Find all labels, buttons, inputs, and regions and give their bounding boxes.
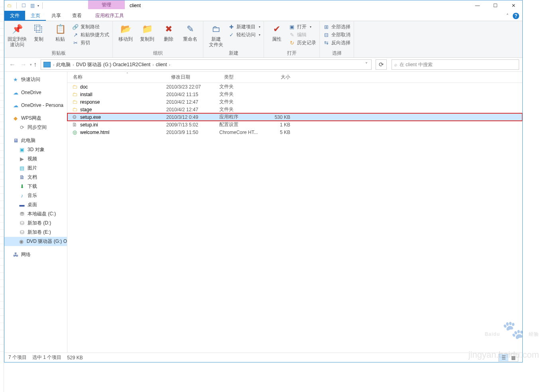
file-row[interactable]: 🗀stage2010/4/2 12:47文件夹 [67, 106, 522, 113]
sidebar-sync-space[interactable]: ⟳同步空间 [4, 123, 67, 132]
copy-path-button[interactable]: 🔗复制路径 [72, 24, 109, 30]
easy-access-button[interactable]: ✓轻松访问▾ [228, 32, 260, 38]
minimize-button[interactable]: — [468, 0, 486, 11]
sidebar-wps[interactable]: ◆WPS网盘 [4, 114, 67, 123]
sidebar-3d-objects[interactable]: ▣3D 对象 [4, 145, 67, 154]
file-date: 2010/3/12 0:49 [166, 114, 219, 120]
sidebar-music[interactable]: ♪音乐 [4, 191, 67, 200]
maximize-button[interactable]: ☐ [486, 0, 504, 11]
tab-home[interactable]: 主页 [25, 11, 46, 21]
qat-properties-icon[interactable]: ☐ [20, 2, 27, 9]
properties-button[interactable]: ✔属性 [267, 23, 286, 42]
file-type: 应用程序 [219, 114, 263, 120]
search-box[interactable]: ⌕ 在 client 中搜索 [392, 59, 519, 70]
cube-icon: ▣ [19, 147, 25, 153]
help-icon[interactable]: ? [513, 13, 519, 19]
sidebar-onedrive[interactable]: ☁OneDrive [4, 88, 67, 97]
invert-selection-button[interactable]: ⇆反向选择 [323, 39, 350, 46]
view-toggle: ☰ ▦ [498, 354, 518, 362]
crumb-folder[interactable]: client [155, 62, 168, 67]
nav-up-button[interactable]: ↑ [33, 61, 37, 68]
cut-button[interactable]: ✂剪切 [72, 39, 109, 46]
sidebar-documents[interactable]: 🗎文档 [4, 173, 67, 182]
new-folder-button[interactable]: 🗀新建 文件夹 [207, 23, 226, 47]
file-size: 530 KB [263, 114, 294, 120]
view-icons-button[interactable]: ▦ [508, 354, 518, 361]
open-button[interactable]: ▣打开▾ [289, 24, 316, 30]
breadcrumb-sep[interactable]: › [168, 63, 171, 67]
history-button[interactable]: ↻历史记录 [289, 39, 316, 46]
titlebar: 🗀 ☐ ▥ ▾ 管理 client — ☐ ✕ [4, 0, 522, 11]
ribbon: 📌固定到快 速访问 ⿻复制 📋粘贴 🔗复制路径 ↗粘贴快捷方式 ✂剪切 剪贴板 … [4, 21, 522, 58]
crumb-drive[interactable]: DVD 驱动器 (G:) Oracle11R2Client [75, 61, 152, 68]
sidebar-disk-d[interactable]: ⛁新加卷 (D:) [4, 219, 67, 228]
file-icon: 🗀 [71, 106, 78, 113]
tab-share[interactable]: 共享 [46, 11, 67, 21]
pin-to-quickaccess-button[interactable]: 📌固定到快 速访问 [8, 23, 27, 47]
tab-apptools[interactable]: 应用程序工具 [90, 11, 130, 21]
sidebar-disk-c[interactable]: ⛃本地磁盘 (C:) [4, 209, 67, 219]
nav-forward-button: → [19, 60, 28, 69]
file-icon: 🗀 [71, 91, 78, 98]
file-row[interactable]: 🗀install2010/4/2 11:15文件夹 [67, 91, 522, 98]
sidebar-videos[interactable]: ▶视频 [4, 154, 67, 163]
refresh-button[interactable]: ⟳ [376, 59, 387, 70]
copy-to-button[interactable]: 📁复制到 [138, 23, 157, 42]
breadcrumb-sep[interactable]: › [52, 63, 55, 67]
sidebar-network[interactable]: 🖧网络 [4, 250, 67, 259]
qat-dropdown-icon[interactable]: ▾ [37, 4, 39, 8]
select-all-button[interactable]: ⊞全部选择 [323, 24, 350, 30]
file-name: setup.ini [80, 122, 98, 128]
file-row[interactable]: ⚙setup.exe2010/3/12 0:49应用程序530 KB [67, 113, 522, 121]
sidebar-pictures[interactable]: ▧图片 [4, 163, 67, 173]
nav-history-dropdown[interactable]: ▾ [30, 63, 32, 67]
file-row[interactable]: 🗀doc2010/3/23 22:07文件夹 [67, 83, 522, 91]
col-date[interactable]: 修改日期 [166, 74, 219, 81]
music-icon: ♪ [19, 193, 25, 199]
dvd-icon: ◉ [19, 238, 24, 245]
copy-button[interactable]: ⿻复制 [29, 23, 48, 42]
file-date: 2010/4/2 11:15 [166, 92, 219, 97]
breadcrumb-sep[interactable]: › [72, 63, 75, 67]
col-name[interactable]: 名称 [67, 74, 166, 81]
sidebar-downloads[interactable]: ⬇下载 [4, 182, 67, 191]
file-row[interactable]: 🗎setup.ini2009/7/13 5:02配置设置1 KB [67, 121, 522, 128]
delete-button[interactable]: ✖删除 [159, 23, 178, 42]
address-bar[interactable]: › 此电脑 › DVD 驱动器 (G:) Oracle11R2Client › … [41, 59, 372, 70]
file-date: 2010/4/2 12:47 [166, 99, 219, 105]
search-placeholder: 在 client 中搜索 [400, 61, 433, 68]
ribbon-collapse-icon[interactable]: ˄ [506, 13, 509, 18]
sidebar-this-pc[interactable]: 🖥此电脑 [4, 136, 67, 145]
file-row[interactable]: 🗀response2010/4/2 12:47文件夹 [67, 98, 522, 106]
sidebar-dvd-g[interactable]: ◉DVD 驱动器 (G:) O [4, 237, 67, 246]
video-icon: ▶ [19, 156, 25, 162]
paste-button[interactable]: 📋粘贴 [51, 23, 70, 42]
new-item-button[interactable]: ✚新建项目▾ [228, 24, 260, 30]
file-row[interactable]: ◎welcome.html2010/3/9 11:50ChromeCore HT… [67, 128, 522, 136]
select-none-button[interactable]: ⊟全部取消 [323, 32, 350, 38]
breadcrumb-sep[interactable]: › [152, 63, 154, 67]
close-button[interactable]: ✕ [504, 0, 522, 11]
nav-back-button[interactable]: ← [8, 60, 17, 69]
sidebar-disk-e[interactable]: ⛁新加卷 (E:) [4, 228, 67, 237]
sidebar-onedrive-personal[interactable]: ☁OneDrive - Persona [4, 101, 67, 110]
view-details-button[interactable]: ☰ [499, 354, 508, 361]
sidebar-quick-access[interactable]: ★快速访问 [4, 75, 67, 84]
app-icon: 🗀 [6, 2, 13, 9]
crumb-pc[interactable]: 此电脑 [55, 61, 72, 68]
file-name: setup.exe [80, 114, 101, 120]
sidebar-desktop[interactable]: ▬桌面 [4, 200, 67, 209]
group-select-label: 选择 [323, 49, 350, 57]
paste-shortcut-button[interactable]: ↗粘贴快捷方式 [72, 32, 109, 38]
col-type[interactable]: 类型 [219, 74, 263, 81]
col-size[interactable]: 大小 [263, 74, 294, 81]
tab-file[interactable]: 文件 [4, 11, 25, 21]
tab-view[interactable]: 查看 [67, 11, 87, 21]
file-icon: ⚙ [71, 114, 78, 120]
qat-newfolder-icon[interactable]: ▥ [29, 2, 36, 9]
star-icon: ★ [12, 77, 19, 83]
move-to-button[interactable]: 📂移动到 [116, 23, 135, 42]
sort-indicator-icon: ˄ [126, 72, 128, 76]
address-dropdown-icon[interactable]: ˅ [362, 62, 370, 67]
rename-button[interactable]: ✎重命名 [181, 23, 200, 42]
